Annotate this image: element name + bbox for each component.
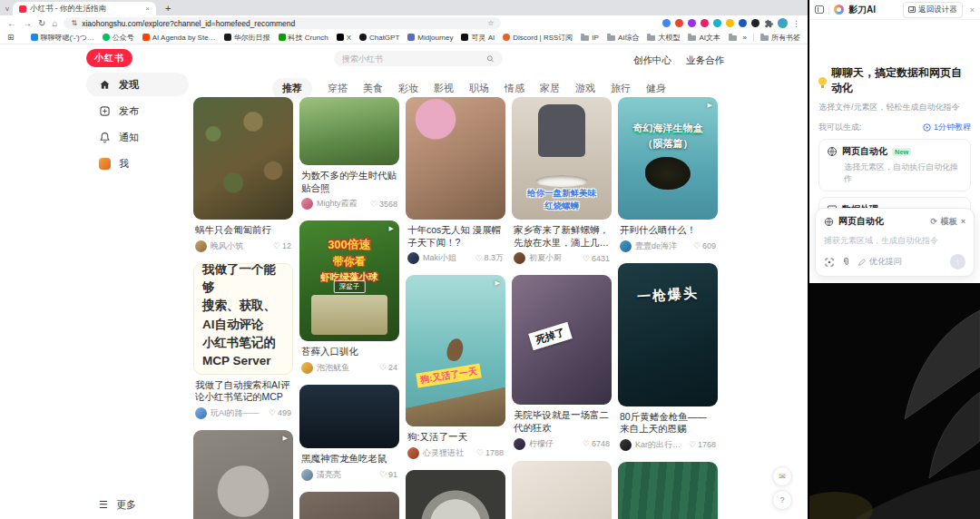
author-name[interactable]: Kar的出行日记 [635,439,685,451]
note-cover[interactable] [406,470,505,519]
new-tab-button[interactable]: + [165,3,171,14]
author-name[interactable]: 柠檬仔 [529,438,579,450]
tab-search-icon[interactable]: v [5,5,9,13]
extension-icon[interactable] [662,19,671,27]
extension-icon[interactable] [675,19,683,27]
note-title[interactable]: 为数不多的学生时代贴贴合照 [301,170,397,194]
avatar[interactable] [514,252,525,264]
tab-close-icon[interactable]: × [145,5,150,13]
feedback-button[interactable]: ✉ [772,466,792,486]
avatar[interactable] [195,407,207,419]
avatar[interactable] [301,362,313,374]
category-tab[interactable]: 彩妆 [398,82,418,95]
template-refresh-icon[interactable]: ⟳ [930,217,937,226]
like-button[interactable]: ♡6748 [583,439,610,448]
apps-grid-icon[interactable]: ⊞ [7,33,15,42]
category-tab[interactable]: 情感 [505,82,524,95]
note-title[interactable]: 家乡寄来了新鲜螺蛳，先放在水里，滴上几滴香油净养一天，然后配上辣椒.. [514,224,610,249]
avatar[interactable] [301,198,313,210]
like-button[interactable]: ♡12 [273,241,291,250]
optimize-question-button[interactable]: 优化提问 [858,256,902,268]
extension-icon[interactable] [713,19,721,27]
reload-icon[interactable]: ↻ [38,19,45,28]
search-input[interactable] [342,54,481,64]
panel-collapse-icon[interactable] [815,5,824,14]
category-tab[interactable]: 健身 [646,82,666,95]
note-title[interactable]: 黑魔神雷龙鱼吃老鼠 [301,453,397,465]
like-button[interactable]: ♡91 [379,470,397,479]
author-name[interactable]: 玩AI的路—— [211,407,265,419]
browser-tab[interactable]: 小红书 - 你的生活指南 × [13,2,156,15]
extension-icon[interactable] [726,19,734,27]
avatar[interactable] [407,447,419,459]
avatar[interactable] [620,240,632,252]
category-tab[interactable]: 旅行 [611,82,631,95]
back-icon[interactable]: ← [7,19,16,28]
note-cover[interactable]: ▶ 300倍速 带你看 虾吃绿藻小球 深盆子 [299,220,399,341]
bookmark-folder[interactable]: AI文本 [688,33,720,43]
all-bookmarks[interactable]: 所有书签 [760,33,800,43]
category-tab[interactable]: 穿搭 [328,82,348,95]
home-icon[interactable]: ⌂ [52,19,57,28]
note-cover[interactable]: ▶ 奇幻海洋生物盒 （陨落篇） [618,97,718,220]
address-bar[interactable]: ⇅ xiaohongshu.com/explore?channel_id=hom… [64,17,501,29]
forward-icon[interactable]: → [23,19,32,28]
like-button[interactable]: ♡6431 [583,254,610,263]
back-to-designer-button[interactable]: 返回设计器 [903,2,963,18]
attachment-icon[interactable] [841,257,851,267]
composer-close-icon[interactable]: × [961,217,965,226]
like-button[interactable]: ♡8.3万 [475,252,504,264]
xiaohongshu-logo[interactable]: 小红书 [86,49,132,67]
avatar[interactable] [407,252,419,264]
avatar[interactable] [620,439,632,451]
bookmarks-overflow-icon[interactable]: » [743,34,747,42]
like-button[interactable]: ♡499 [269,408,291,417]
note-title[interactable]: 80斤黄鳍金枪鱼——来自上天的恩赐 [620,411,716,436]
category-tab[interactable]: 家居 [540,82,560,95]
note-cover[interactable]: 一枪爆头 [618,263,718,406]
note-title[interactable]: 美院毕设就是一场富二代的狂欢 [514,409,610,434]
like-button[interactable]: ♡3568 [370,200,397,209]
author-name[interactable]: Maki小姐 [423,252,471,264]
note-title[interactable]: 十年cos无人知 漫展帽子天下闻！? [407,224,504,249]
author-name[interactable]: 心灵狸语社 [423,447,473,459]
sidebar-item-discover[interactable]: 发现 [86,73,189,96]
extension-icon[interactable] [751,19,760,27]
profile-avatar[interactable] [778,18,788,28]
category-tab[interactable]: 美食 [363,82,383,95]
note-cover[interactable] [512,461,612,519]
bookmark-star-icon[interactable]: ☆ [487,19,494,27]
extension-icon[interactable] [739,19,747,27]
note-title[interactable]: 狗:又活了一天 [407,431,504,444]
extension-icon[interactable] [688,19,696,27]
capture-element-icon[interactable] [824,257,835,268]
bookmark-item[interactable]: 公众号 [103,33,134,43]
extensions-puzzle-icon[interactable] [764,19,773,28]
ai-composer[interactable]: 网页自动化 ⟳ 模板 × 捕获元素区域，生成自动化指令 优化提问 ↑ [815,208,975,277]
author-name[interactable]: 晚风小筑 [211,240,270,252]
note-title[interactable]: 苔藓入口驯化 [301,346,397,358]
note-cover[interactable] [299,492,399,519]
bookmark-folder[interactable]: 大模型 [647,33,680,43]
like-button[interactable]: ♡1788 [476,448,504,457]
note-cover[interactable]: 给你一盘新鲜美味 红烧螺蛳 [512,97,612,220]
author-name[interactable]: 清亮亮 [317,469,376,481]
bookmark-item[interactable]: 华尔街日报 [224,33,270,43]
bookmark-item[interactable]: 科技 Crunch [279,33,328,43]
template-button[interactable]: 模板 [941,216,957,228]
sidebar-item-me[interactable]: 我 [86,152,189,175]
author-name[interactable]: Mighty霞霞 [317,198,367,210]
author-name[interactable]: 壹壹de海洋 [635,240,690,252]
note-title[interactable]: 开到什么晒什么！ [620,224,716,237]
like-button[interactable]: ♡24 [379,363,397,372]
bookmark-item[interactable]: 可灵 AI [461,33,495,43]
sidebar-item-notifications[interactable]: 通知 [86,125,189,149]
bookmark-item[interactable]: AI Agenda by Ste… [142,34,216,42]
note-title[interactable]: 我做了自动搜索和AI评论小红书笔记的MCP [195,379,291,404]
send-button[interactable]: ↑ [950,254,965,269]
like-button[interactable]: ♡609 [693,241,716,250]
help-button[interactable]: ? [772,490,792,510]
creator-center-link[interactable]: 创作中心 [633,54,671,67]
bookmark-item[interactable]: ChatGPT [359,34,399,42]
tab-recommend[interactable]: 推荐 [272,78,312,99]
